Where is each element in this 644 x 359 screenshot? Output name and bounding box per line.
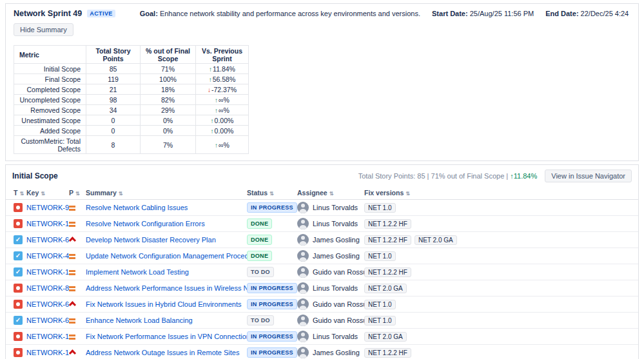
goal-value: Enhance network stability and performanc… bbox=[160, 10, 420, 17]
issue-status-cell: DONE bbox=[247, 216, 297, 232]
issue-key-link[interactable]: NETWORK-61 bbox=[26, 300, 69, 308]
issue-summary-link[interactable]: Implement Network Load Testing bbox=[86, 268, 189, 276]
metrics-col-metric: Metric bbox=[14, 46, 86, 64]
issue-status-cell: TO DO bbox=[247, 264, 297, 280]
priority-medium-icon bbox=[69, 286, 75, 291]
avatar bbox=[297, 266, 309, 278]
metric-pct-final-scope: 29% bbox=[141, 105, 196, 115]
issue-priority-cell bbox=[69, 313, 86, 329]
initial-scope-table: T⇅Key⇅P⇅Summary⇅Status⇅Assignee⇅Fix vers… bbox=[6, 186, 638, 359]
fix-version-chip: NET 1.2.2 HF bbox=[364, 235, 411, 245]
issue-summary-link[interactable]: Address Network Outage Issues in Remote … bbox=[86, 349, 239, 356]
issue-type-cell bbox=[6, 200, 26, 216]
column-header-key[interactable]: Key⇅ bbox=[26, 186, 69, 200]
goal-label: Goal: bbox=[140, 10, 158, 17]
hide-summary-button[interactable]: Hide Summary bbox=[14, 23, 73, 36]
issue-summary-link[interactable]: Develop Network Disaster Recovery Plan bbox=[86, 236, 216, 244]
column-header-assignee[interactable]: Assignee⇅ bbox=[297, 186, 364, 200]
assignee: Guido van Rossum bbox=[297, 298, 360, 310]
trend-value: -72.37% bbox=[211, 86, 237, 93]
status-lozenge: DONE bbox=[247, 218, 272, 229]
assignee: James Gosling bbox=[297, 347, 360, 358]
issue-type-cell: ✓ bbox=[6, 248, 26, 264]
sprint-start-date: Start Date: 25/Aug/25 11:56 PM bbox=[432, 10, 534, 17]
issue-row: NETWORK-11Fix Network Performance Issues… bbox=[6, 329, 638, 345]
avatar bbox=[297, 347, 309, 358]
fix-version-chip: NET 1.0 bbox=[364, 316, 396, 325]
issue-summary-link[interactable]: Update Network Configuration Management … bbox=[86, 252, 247, 260]
issue-summary-link[interactable]: Fix Network Issues in Hybrid Cloud Envir… bbox=[86, 300, 241, 308]
issue-key-link[interactable]: NETWORK-62 bbox=[26, 316, 69, 324]
assignee: James Gosling bbox=[297, 250, 360, 262]
issue-key-cell: NETWORK-81 bbox=[26, 280, 69, 296]
assignee: James Gosling bbox=[297, 234, 360, 246]
issue-fix-versions-cell: NET 1.0 bbox=[364, 313, 638, 329]
column-header-fix-versions[interactable]: Fix versions⇅ bbox=[364, 186, 638, 200]
metrics-row: Uncompleted Scope9882%↑∞% bbox=[14, 95, 249, 105]
issue-assignee-cell: Guido van Rossum bbox=[297, 296, 364, 313]
avatar bbox=[297, 218, 309, 229]
assignee: Linus Torvalds bbox=[297, 202, 360, 213]
issue-key-link[interactable]: NETWORK-100 bbox=[26, 268, 69, 276]
issue-fix-versions-cell: NET 1.2.2 HF bbox=[364, 264, 638, 280]
view-in-issue-navigator-button[interactable]: View in Issue Navigator bbox=[545, 170, 632, 182]
metric-total-points: 34 bbox=[86, 105, 141, 115]
status-lozenge: IN PROGRESS bbox=[247, 347, 297, 358]
issue-fix-versions-cell: NET 1.0 bbox=[364, 296, 638, 313]
issue-summary-link[interactable]: Address Network Performance Issues in Wi… bbox=[86, 284, 247, 292]
metric-pct-final-scope: 82% bbox=[141, 95, 196, 105]
sort-icon: ⇅ bbox=[119, 191, 123, 197]
metric-name: Uncompleted Scope bbox=[14, 95, 86, 105]
metric-pct-final-scope: 18% bbox=[141, 84, 196, 95]
column-header-t[interactable]: T⇅ bbox=[6, 186, 26, 200]
issue-assignee-cell: Linus Torvalds bbox=[297, 200, 364, 216]
issue-header-row: T⇅Key⇅P⇅Summary⇅Status⇅Assignee⇅Fix vers… bbox=[6, 186, 638, 200]
issue-key-link[interactable]: NETWORK-103 bbox=[26, 220, 69, 228]
issue-row: NETWORK-81Address Network Performance Is… bbox=[6, 280, 638, 296]
metric-name: Completed Scope bbox=[14, 84, 86, 95]
issue-key-link[interactable]: NETWORK-44 bbox=[26, 252, 69, 260]
issue-status-cell: IN PROGRESS bbox=[247, 345, 297, 359]
task-icon: ✓ bbox=[14, 316, 23, 325]
issue-key-link[interactable]: NETWORK-99 bbox=[26, 204, 69, 211]
issue-fix-versions-cell: NET 1.2.2 HFNET 2.0 GA bbox=[364, 232, 638, 248]
fix-version-chip: NET 1.2.2 HF bbox=[364, 219, 411, 229]
fix-version-chip: NET 1.2.2 HF bbox=[364, 267, 411, 277]
issue-summary-link[interactable]: Enhance Network Load Balancing bbox=[86, 316, 193, 324]
status-lozenge: DONE bbox=[247, 235, 272, 245]
metrics-row: CustomMetric: Total Defects87%↑∞% bbox=[14, 136, 249, 154]
issue-key-link[interactable]: NETWORK-81 bbox=[26, 284, 69, 292]
issue-fix-versions-cell: NET 1.0 bbox=[364, 248, 638, 264]
assignee: Guido van Rossum bbox=[297, 315, 360, 326]
issue-summary-link[interactable]: Resolve Network Cabling Issues bbox=[86, 204, 188, 211]
column-header-p[interactable]: P⇅ bbox=[69, 186, 86, 200]
trend-up-icon: ↑ bbox=[209, 66, 212, 73]
issue-key-cell: NETWORK-103 bbox=[26, 216, 69, 232]
assignee-name: Linus Torvalds bbox=[313, 284, 358, 292]
column-label: T bbox=[14, 189, 17, 197]
issue-key-cell: NETWORK-16 bbox=[26, 345, 69, 359]
fix-version-chip: NET 1.0 bbox=[364, 251, 396, 261]
metric-name: Final Scope bbox=[14, 74, 86, 84]
task-icon: ✓ bbox=[14, 251, 23, 260]
issue-summary-link[interactable]: Fix Network Performance Issues in VPN Co… bbox=[86, 333, 247, 340]
fix-version-chip: NET 2.0 GA bbox=[364, 284, 407, 293]
trend-value: ∞% bbox=[219, 106, 229, 114]
issue-summary-cell: Resolve Network Configuration Errors bbox=[86, 216, 247, 232]
metrics-table: Metric Total Story Points % out of Final… bbox=[14, 45, 249, 154]
bug-icon bbox=[14, 203, 23, 212]
status-lozenge: IN PROGRESS bbox=[247, 283, 297, 293]
issue-row: ✓NETWORK-62Enhance Network Load Balancin… bbox=[6, 313, 638, 329]
trend-down-icon: ↓ bbox=[208, 86, 211, 93]
issue-key-link[interactable]: NETWORK-16 bbox=[26, 349, 69, 356]
bug-icon bbox=[14, 332, 23, 341]
issue-fix-versions-cell: NET 1.0 bbox=[364, 200, 638, 216]
metric-vs-previous: ↑∞% bbox=[196, 95, 249, 105]
issue-key-link[interactable]: NETWORK-11 bbox=[26, 333, 69, 340]
issue-summary-link[interactable]: Resolve Network Configuration Errors bbox=[86, 220, 205, 228]
task-icon: ✓ bbox=[14, 267, 23, 277]
trend-up-icon: ↑ bbox=[211, 128, 214, 135]
column-header-summary[interactable]: Summary⇅ bbox=[86, 186, 247, 200]
column-header-status[interactable]: Status⇅ bbox=[247, 186, 297, 200]
issue-key-link[interactable]: NETWORK-60 bbox=[26, 236, 69, 244]
